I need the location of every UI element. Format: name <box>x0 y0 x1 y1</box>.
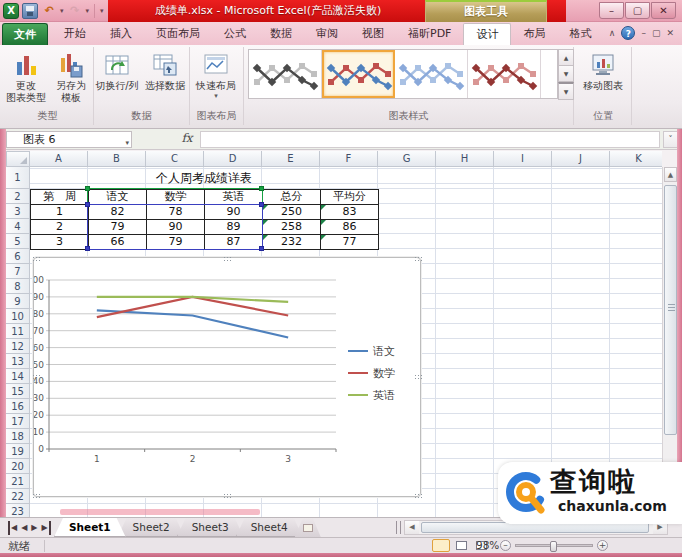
data-cell[interactable]: 232 <box>263 235 321 250</box>
row-header-9[interactable]: 9 <box>6 294 30 309</box>
normal-view-button[interactable] <box>432 539 450 552</box>
header-cell[interactable]: 英语 <box>205 190 263 205</box>
range-handle[interactable] <box>259 246 264 251</box>
row-header-13[interactable]: 13 <box>6 354 30 369</box>
row-header-23[interactable]: 23 <box>6 504 30 517</box>
save-as-template-button[interactable]: 另存为 模板 <box>48 50 94 112</box>
redo-icon[interactable]: ↷ <box>67 3 83 19</box>
chart-style-3[interactable] <box>395 50 468 98</box>
name-box[interactable]: 图表 6 ▾ <box>6 131 132 148</box>
row-header-7[interactable]: 7 <box>6 264 30 279</box>
sheet-tab-Sheet1[interactable]: Sheet1 <box>54 518 126 537</box>
switch-row-column-button[interactable]: 切换行/列 <box>94 50 140 112</box>
data-cell[interactable]: 79 <box>89 220 147 235</box>
row-header-3[interactable]: 3 <box>6 204 30 219</box>
chart-style-4[interactable] <box>468 50 541 98</box>
row-header-6[interactable]: 6 <box>6 249 30 264</box>
header-cell[interactable]: 语文 <box>89 190 147 205</box>
select-all-corner[interactable] <box>6 151 30 167</box>
sheet-tab-Sheet2[interactable]: Sheet2 <box>118 518 185 537</box>
row-header-11[interactable]: 11 <box>6 324 30 339</box>
workbook-minimize-icon[interactable]: – <box>641 28 646 38</box>
save-icon[interactable] <box>22 3 38 19</box>
tab-布局[interactable]: 布局 <box>511 23 557 45</box>
gallery-scroll-up-icon[interactable]: ▲ <box>558 49 574 66</box>
last-sheet-icon[interactable]: ▶ <box>41 521 50 535</box>
column-header-B[interactable]: B <box>88 151 146 167</box>
zoom-track[interactable] <box>515 544 593 547</box>
data-cell[interactable]: 79 <box>147 235 205 250</box>
range-handle[interactable] <box>259 202 264 207</box>
next-sheet-icon[interactable]: ▶ <box>31 521 37 535</box>
chart-resize-handle[interactable] <box>32 256 40 261</box>
range-handle[interactable] <box>259 186 264 191</box>
row-header-15[interactable]: 15 <box>6 384 30 399</box>
data-cell[interactable]: 258 <box>263 220 321 235</box>
row-header-1[interactable]: 1 <box>6 167 30 189</box>
row-header-14[interactable]: 14 <box>6 369 30 384</box>
tab-公式[interactable]: 公式 <box>212 23 258 45</box>
chart-resize-handle[interactable] <box>223 256 231 261</box>
close-button[interactable]: ✕ <box>651 2 676 19</box>
column-header-K[interactable]: K <box>610 151 662 167</box>
row-header-10[interactable]: 10 <box>6 309 30 324</box>
row-header-12[interactable]: 12 <box>6 339 30 354</box>
gallery-scroll-down-icon[interactable]: ▼ <box>558 66 574 82</box>
data-cell[interactable]: 89 <box>205 220 263 235</box>
embedded-chart[interactable]: 0102030405060708090100123 语文数学英语 <box>33 257 421 497</box>
undo-dropdown-icon[interactable]: ▾ <box>60 7 64 15</box>
formula-bar-expand-icon[interactable]: ˅ <box>663 131 678 148</box>
data-cell[interactable]: 66 <box>89 235 147 250</box>
column-header-E[interactable]: E <box>262 151 320 167</box>
undo-icon[interactable]: ↶ <box>41 3 57 19</box>
tab-splitter[interactable] <box>396 521 401 534</box>
chart-style-1[interactable] <box>249 50 322 98</box>
name-box-dropdown-icon[interactable]: ▾ <box>125 136 129 151</box>
tab-格式[interactable]: 格式 <box>557 23 603 45</box>
first-sheet-icon[interactable]: ◀ <box>8 521 17 535</box>
collapse-ribbon-icon[interactable]: ∧ <box>609 28 616 38</box>
data-cell[interactable]: 90 <box>147 220 205 235</box>
row-header-20[interactable]: 20 <box>6 459 30 474</box>
chart-resize-handle[interactable] <box>414 256 422 261</box>
move-chart-button[interactable]: 移动图表 <box>580 50 626 112</box>
workbook-close-icon[interactable]: ✕ <box>666 28 674 38</box>
quick-layout-button[interactable]: 快速布局 ▾ <box>193 50 239 112</box>
insert-function-icon[interactable]: fx <box>176 131 198 148</box>
page-layout-view-button[interactable] <box>452 539 470 552</box>
gallery-more-icon[interactable]: ▼ <box>558 82 574 100</box>
data-cell[interactable]: 86 <box>321 220 379 235</box>
column-header-J[interactable]: J <box>552 151 610 167</box>
tab-开始[interactable]: 开始 <box>52 23 98 45</box>
header-cell[interactable]: 第 周 <box>31 190 89 205</box>
data-cell[interactable]: 3 <box>31 235 89 250</box>
data-cell[interactable]: 2 <box>31 220 89 235</box>
select-data-button[interactable]: 选择数据 <box>142 50 188 112</box>
legend-item-数学[interactable]: 数学 <box>348 366 395 380</box>
row-header-5[interactable]: 5 <box>6 234 30 249</box>
data-cell[interactable]: 250 <box>263 205 321 220</box>
tab-页面布局[interactable]: 页面布局 <box>144 23 212 45</box>
tab-审阅[interactable]: 审阅 <box>304 23 350 45</box>
column-header-I[interactable]: I <box>494 151 552 167</box>
data-cell[interactable]: 1 <box>31 205 89 220</box>
row-header-19[interactable]: 19 <box>6 444 30 459</box>
header-cell[interactable]: 数学 <box>147 190 205 205</box>
scroll-up-icon[interactable]: ▲ <box>664 167 677 182</box>
row-header-2[interactable]: 2 <box>6 189 30 204</box>
zoom-level[interactable]: 98% <box>476 539 499 551</box>
data-cell[interactable]: 78 <box>147 205 205 220</box>
tab-file[interactable]: 文件 <box>2 23 48 45</box>
header-cell[interactable]: 平均分 <box>321 190 379 205</box>
chart-resize-handle[interactable] <box>32 493 40 498</box>
data-cell[interactable]: 82 <box>89 205 147 220</box>
row-header-18[interactable]: 18 <box>6 429 30 444</box>
row-header-21[interactable]: 21 <box>6 474 30 489</box>
minimize-button[interactable]: – <box>599 2 624 19</box>
zoom-out-icon[interactable]: – <box>500 540 511 551</box>
tab-福昕PDF[interactable]: 福昕PDF <box>396 23 463 45</box>
row-header-16[interactable]: 16 <box>6 399 30 414</box>
column-header-C[interactable]: C <box>146 151 204 167</box>
row-header-8[interactable]: 8 <box>6 279 30 294</box>
data-table[interactable]: 第 周语文数学英语总分平均分18278902508327990892588636… <box>30 189 379 250</box>
